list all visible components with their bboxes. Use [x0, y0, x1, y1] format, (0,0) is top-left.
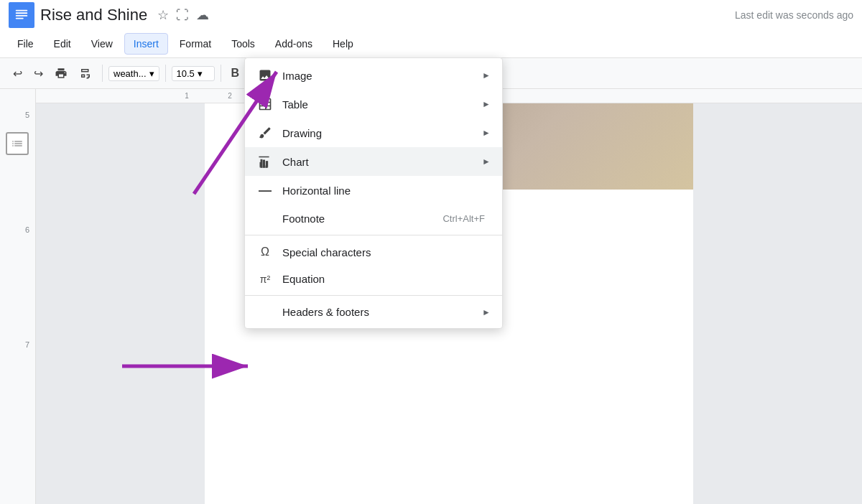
table-menu-icon [256, 97, 274, 111]
special-chars-menu-label: Special characters [282, 246, 491, 258]
svg-rect-6 [263, 160, 265, 167]
chart-menu-icon [256, 154, 274, 169]
dropdown-overlay[interactable]: Image ► Table ► Drawing ► [0, 0, 862, 504]
menu-item-special-characters[interactable]: Ω Special characters [245, 238, 502, 266]
image-menu-icon [256, 68, 274, 83]
footnote-menu-label: Footnote [282, 213, 434, 225]
chart-menu-arrow: ► [482, 157, 491, 167]
table-menu-label: Table [282, 98, 473, 111]
chart-menu-label: Chart [282, 156, 473, 168]
menu-item-equation[interactable]: π² Equation [245, 266, 502, 292]
drawing-menu-arrow: ► [482, 128, 491, 138]
headers-footers-menu-label: Headers & footers [282, 306, 473, 318]
menu-item-horizontal-line[interactable]: — Horizontal line [245, 176, 502, 205]
menu-item-drawing[interactable]: Drawing ► [245, 118, 502, 147]
headers-footers-menu-arrow: ► [482, 307, 491, 317]
horizontal-line-menu-label: Horizontal line [282, 185, 491, 197]
drawing-menu-icon [256, 126, 274, 140]
menu-item-chart[interactable]: Chart ► [245, 147, 502, 176]
special-chars-menu-icon: Ω [256, 246, 274, 258]
footnote-shortcut: Ctrl+Alt+F [442, 213, 485, 224]
image-menu-arrow: ► [482, 70, 491, 80]
svg-rect-7 [266, 161, 268, 167]
horizontal-line-menu-icon: — [256, 183, 274, 198]
menu-item-headers-footers[interactable]: Headers & footers ► [245, 299, 502, 325]
equation-menu-label: Equation [282, 273, 491, 285]
svg-rect-8 [260, 167, 269, 168]
drawing-menu-label: Drawing [282, 127, 473, 139]
menu-divider-2 [245, 295, 502, 296]
menu-divider-1 [245, 235, 502, 235]
menu-item-footnote[interactable]: Footnote Ctrl+Alt+F [245, 205, 502, 232]
equation-menu-icon: π² [256, 274, 274, 285]
image-menu-label: Image [282, 70, 473, 82]
insert-dropdown-menu: Image ► Table ► Drawing ► [244, 57, 503, 329]
svg-rect-5 [260, 162, 262, 167]
menu-item-image[interactable]: Image ► [245, 61, 502, 90]
table-menu-arrow: ► [482, 99, 491, 109]
menu-item-table[interactable]: Table ► [245, 90, 502, 118]
